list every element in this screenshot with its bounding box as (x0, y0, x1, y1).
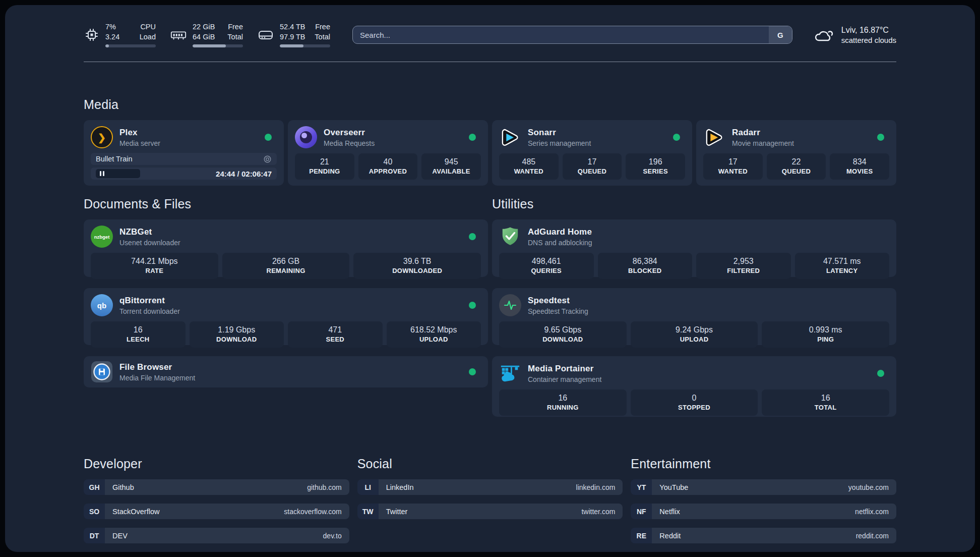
top-bar: 7% 3.24 CPU Load (84, 22, 896, 47)
status-dot (469, 368, 476, 375)
stat-tile: 9.24 GbpsUPLOAD (631, 321, 758, 348)
now-playing-row: Bullet Train (91, 153, 277, 165)
ram-icon (170, 27, 187, 43)
playback-time: 24:44 / 02:06:47 (216, 170, 272, 178)
link-url: github.com (307, 483, 341, 491)
app-desc: Series management (528, 139, 591, 147)
sonarr-icon (499, 126, 521, 148)
filebrowser-icon (91, 361, 113, 383)
system-stats: 7% 3.24 CPU Load (84, 22, 330, 47)
app-card-sonarr[interactable]: Sonarr Series management 485WANTED 17QUE… (492, 120, 692, 186)
app-desc: Movie management (732, 139, 794, 147)
dashboard: 7% 3.24 CPU Load (5, 5, 975, 552)
app-card-speedtest[interactable]: Speedtest Speedtest Tracking 9.65 GbpsDO… (492, 288, 896, 345)
link-stackoverflow[interactable]: SO StackOverflowstackoverflow.com (84, 504, 349, 519)
stat-tile: 0STOPPED (631, 389, 758, 416)
section-title-social: Social (357, 457, 623, 471)
stat-tile: 945AVAILABLE (421, 153, 481, 180)
link-name: YouTube (659, 483, 688, 491)
stat-tile: 0.993 msPING (762, 321, 889, 348)
link-netflix[interactable]: NF Netflixnetflix.com (631, 504, 896, 519)
link-reddit[interactable]: RE Redditreddit.com (631, 528, 896, 543)
app-name: AdGuard Home (528, 227, 592, 237)
link-name: Twitter (386, 508, 408, 516)
hard-drive-icon (257, 27, 274, 43)
stat-tile: 744.21 MbpsRATE (91, 253, 218, 279)
app-name: Speedtest (528, 296, 588, 306)
app-name: File Browser (119, 362, 195, 372)
stat-tile: 16LEECH (91, 321, 186, 348)
storage-widget: 52.4 TB 97.9 TB Free Total (257, 22, 330, 47)
session-icon (263, 155, 272, 163)
app-name: Overseerr (324, 128, 375, 138)
cpu-load-value: 3.24 (105, 32, 119, 42)
speedtest-icon (499, 294, 521, 316)
nzbget-icon: nzbget (91, 226, 113, 248)
search-bar: G (352, 26, 792, 44)
app-card-qbittorrent[interactable]: qb qBittorrent Torrent downloader 16LEEC… (84, 288, 488, 345)
now-playing-title: Bullet Train (96, 155, 133, 163)
app-desc: Media File Management (119, 374, 195, 382)
app-card-nzbget[interactable]: nzbget NZBGet Usenet downloader 744.21 M… (84, 219, 488, 277)
portainer-icon (499, 362, 521, 384)
link-youtube[interactable]: YT YouTubeyoutube.com (631, 479, 896, 495)
storage-free-label: Free (315, 22, 330, 32)
pause-button[interactable] (96, 169, 140, 178)
app-card-plex[interactable]: ❯ Plex Media server Bullet Train (84, 120, 284, 186)
link-url: stackoverflow.com (284, 508, 341, 516)
app-card-adguard[interactable]: AdGuard Home DNS and adblocking 498,461Q… (492, 219, 896, 277)
app-card-portainer[interactable]: Media Portainer Container management 16R… (492, 356, 896, 417)
app-desc: Media server (119, 139, 160, 147)
app-card-radarr[interactable]: Radarr Movie management 17WANTED 22QUEUE… (696, 120, 896, 186)
link-abbr: SO (84, 504, 105, 519)
stat-tile: 618.52 MbpsUPLOAD (387, 321, 481, 348)
status-dot (877, 134, 884, 141)
weather-widget: Lviv, 16.87°C scattered clouds (813, 26, 896, 44)
stat-tile: 86,384BLOCKED (598, 253, 693, 279)
header-divider (84, 62, 896, 62)
search-input[interactable] (353, 26, 769, 43)
search-engine-button[interactable]: G (769, 26, 792, 43)
link-name: StackOverflow (112, 508, 159, 516)
storage-free-value: 52.4 TB (280, 22, 305, 32)
stat-tile: 498,461QUERIES (499, 253, 594, 279)
player-row: 24:44 / 02:06:47 (91, 168, 277, 180)
plex-icon: ❯ (91, 126, 113, 148)
stat-tile: 17WANTED (703, 153, 763, 180)
app-card-filebrowser[interactable]: File Browser Media File Management (84, 356, 488, 387)
status-dot (877, 370, 884, 377)
status-dot (673, 134, 680, 141)
link-url: twitter.com (581, 508, 615, 516)
status-dot (265, 134, 272, 141)
link-twitter[interactable]: TW Twittertwitter.com (357, 504, 623, 519)
adguard-icon (499, 226, 521, 248)
app-desc: Container management (528, 375, 601, 383)
cloud-icon (813, 26, 835, 44)
stat-tile: 266 GBREMAINING (222, 253, 350, 279)
status-dot (469, 233, 476, 240)
cpu-icon (84, 27, 100, 43)
app-desc: DNS and adblocking (528, 239, 592, 247)
app-card-overseerr[interactable]: Overseerr Media Requests 21PENDING 40APP… (288, 120, 488, 186)
memory-widget: 22 GiB 64 GiB Free Total (170, 22, 243, 47)
stat-tile: 1.19 GbpsDOWNLOAD (190, 321, 284, 348)
qbittorrent-icon: qb (91, 294, 113, 316)
app-desc: Media Requests (324, 139, 375, 147)
radarr-icon (703, 126, 725, 148)
section-title-utilities: Utilities (492, 197, 896, 211)
link-url: reddit.com (856, 532, 889, 540)
stat-tile: 485WANTED (499, 153, 559, 180)
weather-condition: scattered clouds (841, 36, 896, 44)
memory-free-label: Free (227, 22, 243, 32)
link-abbr: NF (631, 504, 652, 519)
app-name: Radarr (732, 128, 794, 138)
link-linkedin[interactable]: LI LinkedInlinkedin.com (357, 479, 623, 495)
link-github[interactable]: GH Githubgithub.com (84, 479, 349, 495)
stat-tile: 9.65 GbpsDOWNLOAD (499, 321, 627, 348)
link-dev[interactable]: DT DEVdev.to (84, 528, 349, 543)
storage-progress-bar (280, 44, 330, 47)
app-name: NZBGet (119, 227, 180, 237)
stat-tile: 47.571 msLATENCY (795, 253, 890, 279)
link-name: Github (112, 483, 134, 491)
app-desc: Usenet downloader (119, 239, 180, 247)
